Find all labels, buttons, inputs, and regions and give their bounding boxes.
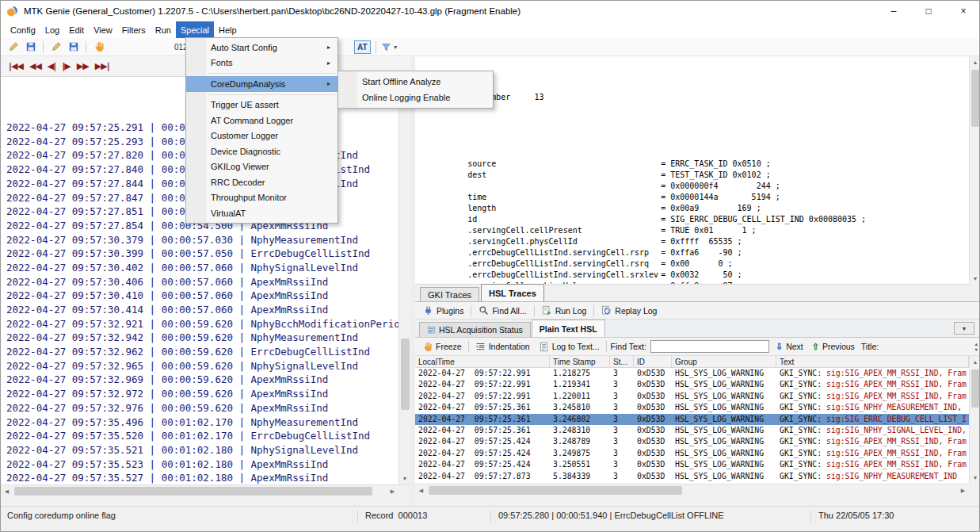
- save-filter-button[interactable]: [66, 40, 81, 55]
- special-menu-item[interactable]: Trigger UE assert: [186, 98, 337, 113]
- log-vertical-scrollbar[interactable]: ▲ ▼: [398, 77, 410, 484]
- filter-button[interactable]: ▼: [381, 40, 398, 55]
- hsl-table-row[interactable]: 2022-04-27 09:57:25.361 3.248310 3 0xD53…: [415, 425, 969, 436]
- log-line[interactable]: 2022-04-27 09:57:35.520 | 00:01:02.170 |…: [6, 429, 398, 443]
- edit-config-button[interactable]: [6, 40, 21, 55]
- indentation-button[interactable]: Indentation: [473, 339, 532, 354]
- column-header-localtime[interactable]: LocalTime: [415, 356, 550, 367]
- scrollbar-thumb[interactable]: [971, 70, 980, 127]
- special-menu-item[interactable]: Auto Start Config ▸: [186, 40, 337, 55]
- menubar-item[interactable]: Filters: [117, 21, 151, 38]
- special-menu-item[interactable]: Customer Logger: [186, 128, 337, 144]
- save-config-button[interactable]: [23, 40, 38, 55]
- hsl-table-row[interactable]: 2022-04-27 09:57:25.424 3.248789 3 0xD53…: [415, 436, 969, 447]
- special-menu-item[interactable]: VirtualAT: [186, 205, 337, 221]
- find-previous-button[interactable]: ⇧ Previous: [810, 339, 857, 354]
- record-nav-button[interactable]: |◀◀: [9, 61, 23, 71]
- column-header-id[interactable]: ID: [634, 356, 672, 367]
- hsl-table-row[interactable]: 2022-04-27 09:57:22.991 1.220011 3 0xD53…: [415, 391, 969, 402]
- column-header-text[interactable]: Text: [776, 356, 969, 367]
- find-text-input[interactable]: [650, 340, 769, 353]
- column-header-status[interactable]: St...: [610, 356, 634, 367]
- hsl-vertical-scrollbar[interactable]: ▲ ▼: [969, 356, 980, 484]
- scroll-left-arrow[interactable]: ◀: [1, 485, 13, 497]
- scrollbar-thumb[interactable]: [429, 486, 682, 495]
- log-horizontal-scrollbar[interactable]: ◀ ▶: [1, 484, 410, 497]
- subtab-overflow-dropdown[interactable]: ▼: [954, 322, 974, 335]
- special-menu-item[interactable]: GKILog Viewer: [186, 159, 337, 175]
- special-menu-item[interactable]: RRC Decoder: [186, 174, 337, 190]
- record-nav-button[interactable]: ▶▶: [77, 61, 89, 71]
- menubar-item[interactable]: View: [89, 21, 117, 38]
- log-line[interactable]: 2022-04-27 09:57:32.942 | 00:00:59.620 |…: [6, 331, 398, 345]
- log-line[interactable]: 2022-04-27 09:57:32.965 | 00:00:59.620 |…: [6, 359, 398, 373]
- scroll-left-arrow[interactable]: ◀: [415, 484, 427, 496]
- scroll-up-arrow[interactable]: ▲: [970, 356, 980, 368]
- log-line[interactable]: 2022-04-27 09:57:32.962 | 00:00:59.620 |…: [6, 345, 398, 359]
- submenu-item[interactable]: Start Offline Analyze: [338, 74, 493, 90]
- log-line[interactable]: 2022-04-27 09:57:30.414 | 00:00:57.060 |…: [6, 303, 398, 317]
- at-command-button[interactable]: AT: [354, 40, 371, 54]
- tab-hsl-traces[interactable]: HSL Traces: [481, 284, 544, 301]
- detail-field-line[interactable]: source= ERRC_TASK_ID 0x0510 ;: [420, 147, 969, 159]
- record-nav-button[interactable]: ◀◀: [29, 61, 41, 71]
- column-header-group[interactable]: Group: [672, 356, 776, 367]
- log-line[interactable]: 2022-04-27 09:57:32.972 | 00:00:59.620 |…: [6, 387, 398, 401]
- hsl-table-row[interactable]: 2022-04-27 09:57:25.361 3.246802 3 0xD53…: [415, 414, 969, 425]
- tab-gki-traces[interactable]: GKI Traces: [420, 287, 479, 301]
- hsl-table-row[interactable]: 2022-04-27 09:57:22.991 1.219341 3 0xD53…: [415, 379, 969, 390]
- close-button[interactable]: ×: [946, 1, 980, 21]
- menubar-item[interactable]: Special: [176, 21, 214, 38]
- log-line[interactable]: 2022-04-27 09:57:32.921 | 00:00:59.620 |…: [6, 317, 398, 331]
- special-menu-item[interactable]: Fonts ▸: [186, 55, 337, 71]
- menubar-item[interactable]: Run: [151, 21, 176, 38]
- hsl-table-row[interactable]: 2022-04-27 09:57:25.424 3.250551 3 0xD53…: [415, 459, 969, 470]
- detail-vertical-scrollbar[interactable]: ▲ ▼: [969, 56, 980, 285]
- log-line[interactable]: 2022-04-27 09:57:30.399 | 00:00:57.050 |…: [6, 247, 398, 261]
- record-nav-button[interactable]: |▶: [62, 61, 70, 71]
- freeze-button[interactable]: Freeze: [420, 339, 464, 354]
- menubar-item[interactable]: Config: [6, 21, 40, 38]
- hsl-table-row[interactable]: 2022-04-27 09:57:25.424 3.249875 3 0xD53…: [415, 448, 969, 459]
- menubar-item[interactable]: Log: [40, 21, 64, 38]
- scrollbar-thumb[interactable]: [14, 487, 372, 496]
- find-next-button[interactable]: ⇩ Next: [773, 339, 806, 354]
- hsl-horizontal-scrollbar[interactable]: ◀ ▶: [415, 484, 969, 496]
- controls-scroll-arrows[interactable]: ▲ ▼: [974, 342, 978, 352]
- menubar-item[interactable]: Help: [214, 21, 242, 38]
- tab-plain-text-hsl[interactable]: Plain Text HSL: [532, 320, 605, 337]
- maximize-button[interactable]: □: [911, 1, 946, 21]
- log-line[interactable]: 2022-04-27 09:57:35.496 | 00:01:02.170 |…: [6, 415, 398, 430]
- special-menu-item[interactable]: Device Diagnostic: [186, 144, 337, 159]
- record-nav-button[interactable]: ◀|: [48, 61, 55, 71]
- log-line[interactable]: 2022-04-27 09:57:30.402 | 00:00:57.060 |…: [6, 261, 398, 275]
- edit-filter-button[interactable]: [48, 40, 63, 55]
- special-menu-item[interactable]: Throughput Monitor: [186, 190, 337, 206]
- log-line[interactable]: 2022-04-27 09:57:32.969 | 00:00:59.620 |…: [6, 373, 398, 387]
- scrollbar-thumb[interactable]: [401, 339, 410, 410]
- minimize-button[interactable]: –: [876, 1, 911, 21]
- scroll-down-arrow[interactable]: ▼: [970, 472, 980, 484]
- scrollbar-thumb[interactable]: [971, 369, 980, 408]
- plugins-button[interactable]: Plugins: [420, 304, 467, 318]
- log-line[interactable]: 2022-04-27 09:57:35.521 | 00:01:02.180 |…: [6, 443, 398, 457]
- hsl-table-row[interactable]: 2022-04-27 09:57:27.873 5.384339 3 0xD53…: [415, 471, 969, 482]
- scroll-down-arrow[interactable]: ▼: [399, 473, 410, 484]
- scroll-down-arrow[interactable]: ▼: [970, 273, 980, 285]
- column-header-timestamp[interactable]: Time Stamp: [550, 356, 610, 367]
- log-line[interactable]: 2022-04-27 09:57:32.976 | 00:00:59.620 |…: [6, 401, 398, 415]
- find-all-button[interactable]: Find All...: [475, 304, 529, 318]
- record-nav-button[interactable]: ▶▶|: [95, 61, 109, 71]
- freeze-toolbar-button[interactable]: [91, 40, 106, 55]
- log-line[interactable]: 2022-04-27 09:57:30.410 | 00:00:57.060 |…: [6, 289, 398, 303]
- log-line[interactable]: 2022-04-27 09:57:35.527 | 00:01:02.180 |…: [6, 471, 398, 484]
- tab-hsl-acquisition-status[interactable]: HSL Acquisition Status: [419, 322, 531, 337]
- log-line[interactable]: 2022-04-27 09:57:35.523 | 00:01:02.180 |…: [6, 457, 398, 472]
- record-number-line[interactable]: Record Number 13: [420, 81, 969, 92]
- scroll-right-arrow[interactable]: ▶: [957, 484, 969, 496]
- hsl-table-row[interactable]: 2022-04-27 09:57:25.361 3.245810 3 0xD53…: [415, 402, 969, 413]
- log-to-text-button[interactable]: Log to Text...: [536, 339, 602, 354]
- hsl-table-row[interactable]: 2022-04-27 09:57:22.991 1.218275 3 0xD53…: [415, 368, 969, 379]
- special-menu-item[interactable]: AT Command Logger: [186, 113, 337, 128]
- replay-log-button[interactable]: Replay Log: [598, 304, 660, 318]
